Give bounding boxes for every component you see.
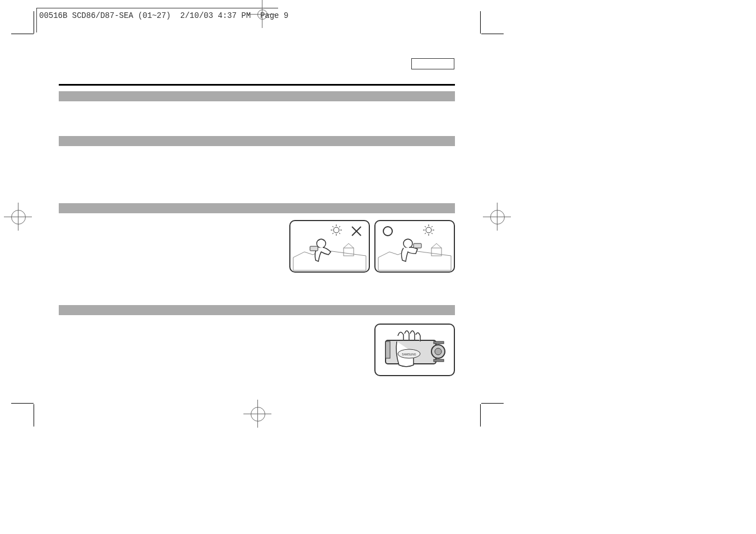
handgrip-illustration-row: SAMSUNG — [59, 324, 455, 376]
svg-point-26 — [383, 227, 392, 236]
doc-id: 00516B SCD86/D87-SEA (01~27) — [39, 11, 171, 20]
svg-point-0 — [334, 227, 339, 233]
camcorder-handgrip-illustration: SAMSUNG — [374, 324, 455, 376]
page-num: 9 — [284, 11, 288, 20]
sunlight-illustrations — [59, 220, 455, 273]
crop-mark — [11, 403, 34, 404]
crop-mark — [11, 34, 34, 34]
o-mark-icon — [382, 226, 393, 237]
section-bar-2 — [59, 136, 455, 146]
registration-cross — [243, 400, 271, 428]
page-number-box — [411, 58, 454, 69]
header-box-left-line — [36, 8, 37, 32]
svg-point-30 — [435, 348, 442, 355]
crop-mark — [480, 404, 481, 427]
brand-text: SAMSUNG — [402, 353, 416, 356]
title-rule — [59, 84, 455, 86]
svg-rect-23 — [431, 248, 442, 256]
section-bar-3 — [59, 203, 455, 213]
svg-line-20 — [431, 233, 433, 234]
page-content: SAMSUNG — [59, 84, 455, 376]
crop-mark — [480, 11, 481, 34]
crop-mark — [481, 34, 504, 34]
section-bar-1 — [59, 91, 455, 101]
svg-point-14 — [426, 227, 431, 233]
svg-line-21 — [425, 233, 426, 234]
svg-line-6 — [339, 233, 340, 234]
svg-rect-11 — [310, 246, 318, 251]
svg-rect-9 — [344, 248, 354, 256]
registration-cross — [248, 0, 276, 28]
registration-cross — [4, 203, 32, 231]
registration-cross — [483, 203, 511, 231]
svg-line-22 — [431, 226, 433, 227]
x-mark-icon — [351, 226, 362, 237]
correct-usage-illustration — [374, 220, 455, 273]
header-box-top-line — [36, 8, 278, 8]
svg-line-8 — [339, 226, 340, 227]
svg-line-5 — [332, 226, 334, 227]
section-bar-4 — [59, 305, 455, 315]
svg-rect-25 — [414, 243, 421, 248]
crop-mark — [34, 11, 34, 34]
svg-rect-28 — [386, 341, 390, 358]
svg-rect-31 — [434, 341, 444, 344]
svg-rect-32 — [434, 359, 444, 362]
wrong-usage-illustration — [289, 220, 370, 273]
svg-line-7 — [332, 233, 334, 234]
doc-date: 2/10/03 — [180, 11, 213, 20]
svg-line-19 — [425, 226, 426, 227]
crop-mark — [481, 403, 504, 404]
crop-mark — [34, 404, 34, 427]
doc-time: 4:37 PM — [218, 11, 251, 20]
